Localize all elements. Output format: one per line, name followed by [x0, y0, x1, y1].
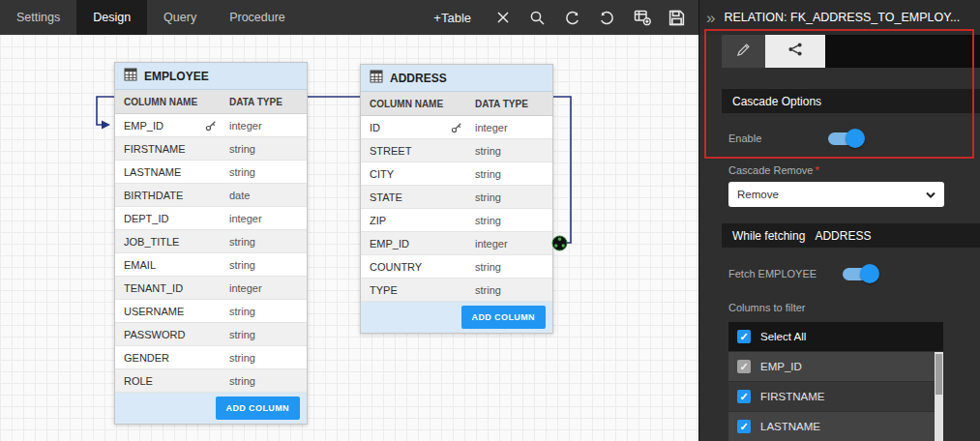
- table-row[interactable]: STREETstring: [361, 139, 552, 162]
- panel-tabs: [722, 35, 980, 68]
- table-footer: ADD COLUMN: [361, 302, 552, 333]
- tab-query[interactable]: Query: [147, 0, 213, 35]
- column-name: LASTNAME: [124, 166, 181, 178]
- table-row[interactable]: CITYstring: [361, 162, 552, 186]
- table-row[interactable]: BIRTHDATEdate: [115, 184, 307, 207]
- column-type: string: [467, 168, 552, 180]
- add-column-button[interactable]: ADD COLUMN: [461, 306, 547, 329]
- section-title: Cascade Options: [732, 95, 821, 108]
- column-type: string: [467, 215, 552, 226]
- chevron-down-icon: [926, 189, 935, 200]
- required-marker: *: [815, 164, 818, 176]
- relation-endpoint-icon[interactable]: [551, 235, 568, 251]
- cascade-remove-select[interactable]: Remove: [728, 182, 944, 207]
- section-title: While fetching: [732, 229, 805, 243]
- table-row[interactable]: TENANT_IDinteger: [115, 277, 307, 300]
- app: Settings Design Query Procedure +Table: [0, 0, 980, 441]
- column-type: integer: [467, 122, 552, 133]
- database-icon[interactable]: [632, 8, 652, 28]
- table-row[interactable]: JOB_TITLEstring: [115, 230, 307, 253]
- column-name: USERNAME: [124, 306, 184, 317]
- table-row[interactable]: FIRSTNAMEstring: [115, 137, 307, 161]
- column-type: string: [222, 236, 307, 248]
- list-scrollbar[interactable]: [935, 352, 943, 441]
- section-header-while-fetching: While fetching ADDRESS: [722, 223, 980, 248]
- col-header-name: COLUMN NAME: [115, 97, 222, 107]
- table-row[interactable]: GENDERstring: [115, 346, 307, 369]
- table-grid-icon: [124, 68, 137, 84]
- table-row[interactable]: TYPEstring: [361, 279, 552, 302]
- add-column-button[interactable]: ADD COLUMN: [216, 397, 301, 420]
- table-row[interactable]: ZIPstring: [361, 209, 552, 232]
- list-item-select-all[interactable]: Select All: [728, 322, 943, 351]
- search-icon[interactable]: [527, 8, 548, 28]
- table-card-address: ADDRESS COLUMN NAME DATA TYPE ID integer…: [360, 64, 553, 334]
- tab-relation[interactable]: [765, 35, 825, 68]
- save-icon[interactable]: [667, 8, 687, 28]
- column-name: CITY: [370, 168, 394, 180]
- enable-toggle[interactable]: [828, 132, 862, 145]
- list-item-lastname[interactable]: LASTNAME: [728, 412, 943, 441]
- column-type: string: [467, 191, 552, 203]
- column-type: integer: [467, 238, 552, 250]
- tab-design[interactable]: Design: [76, 0, 147, 35]
- tab-settings[interactable]: Settings: [0, 0, 76, 35]
- top-toolbar: Settings Design Query Procedure +Table: [0, 0, 698, 35]
- column-type: string: [467, 284, 552, 296]
- refresh-ccw-icon[interactable]: [562, 8, 582, 28]
- table-row[interactable]: EMAILstring: [115, 253, 307, 277]
- table-row[interactable]: LASTNAMEstring: [115, 161, 307, 184]
- column-headers: COLUMN NAME DATA TYPE: [361, 92, 552, 116]
- enable-label: Enable: [728, 132, 761, 144]
- tab-edit[interactable]: [722, 35, 765, 68]
- fetch-employee-toggle[interactable]: [843, 268, 876, 280]
- column-name: ROLE: [124, 375, 153, 387]
- checkbox-checked-icon[interactable]: [737, 330, 751, 343]
- scrollbar-thumb[interactable]: [935, 354, 942, 395]
- table-rows: ID integer STREETstring CITYstring STATE…: [361, 116, 552, 302]
- add-table-button[interactable]: +Table: [433, 0, 471, 35]
- table-row[interactable]: EMP_IDinteger: [361, 232, 552, 255]
- table-header[interactable]: ADDRESS: [361, 65, 552, 92]
- table-rows: EMP_ID integer FIRSTNAMEstring LASTNAMEs…: [115, 114, 307, 393]
- list-item-label: Select All: [760, 331, 806, 342]
- design-canvas[interactable]: EMPLOYEE COLUMN NAME DATA TYPE EMP_ID in…: [0, 35, 698, 441]
- toggle-knob: [860, 264, 879, 283]
- col-header-name: COLUMN NAME: [361, 99, 467, 109]
- checkbox-checked-icon[interactable]: [737, 390, 751, 403]
- column-type: integer: [222, 282, 307, 294]
- list-item-label: FIRSTNAME: [760, 391, 824, 402]
- column-type: string: [222, 329, 307, 340]
- column-type: integer: [222, 120, 307, 132]
- column-name: STATE: [370, 191, 402, 203]
- select-value: Remove: [737, 189, 779, 200]
- list-item-firstname[interactable]: FIRSTNAME: [728, 382, 943, 411]
- toolbar-spacer: [302, 0, 434, 35]
- primary-key-icon: [205, 120, 217, 132]
- collapse-panel-icon[interactable]: [706, 10, 715, 26]
- table-row[interactable]: USERNAMEstring: [115, 300, 307, 323]
- column-type: string: [222, 259, 307, 271]
- table-row[interactable]: DEPT_IDinteger: [115, 207, 307, 230]
- table-row[interactable]: ID integer: [361, 116, 552, 139]
- table-header[interactable]: EMPLOYEE: [115, 63, 307, 90]
- relation-share-icon: [787, 42, 803, 61]
- column-name: EMAIL: [124, 259, 156, 271]
- refresh-cw-icon[interactable]: [597, 8, 617, 28]
- table-row[interactable]: EMP_ID integer: [115, 114, 307, 137]
- column-name: JOB_TITLE: [124, 236, 179, 248]
- tab-procedure[interactable]: Procedure: [213, 0, 302, 35]
- list-item-emp-id[interactable]: EMP_ID: [728, 352, 943, 381]
- columns-filter-list: Select All EMP_ID FIRSTNAME LASTNAME: [728, 322, 943, 441]
- cascade-remove-label: Cascade Remove*: [728, 164, 819, 176]
- column-name: EMP_ID: [124, 120, 163, 132]
- checkbox-checked-icon[interactable]: [737, 420, 751, 433]
- table-row[interactable]: COUNTRYstring: [361, 255, 552, 279]
- close-icon[interactable]: [492, 8, 513, 28]
- toolbar-icon-group: [492, 0, 687, 35]
- column-type: string: [467, 261, 552, 273]
- table-card-employee: EMPLOYEE COLUMN NAME DATA TYPE EMP_ID in…: [114, 62, 308, 425]
- table-row[interactable]: ROLEstring: [115, 369, 307, 393]
- table-row[interactable]: PASSWORDstring: [115, 323, 307, 346]
- table-row[interactable]: STATEstring: [361, 186, 552, 209]
